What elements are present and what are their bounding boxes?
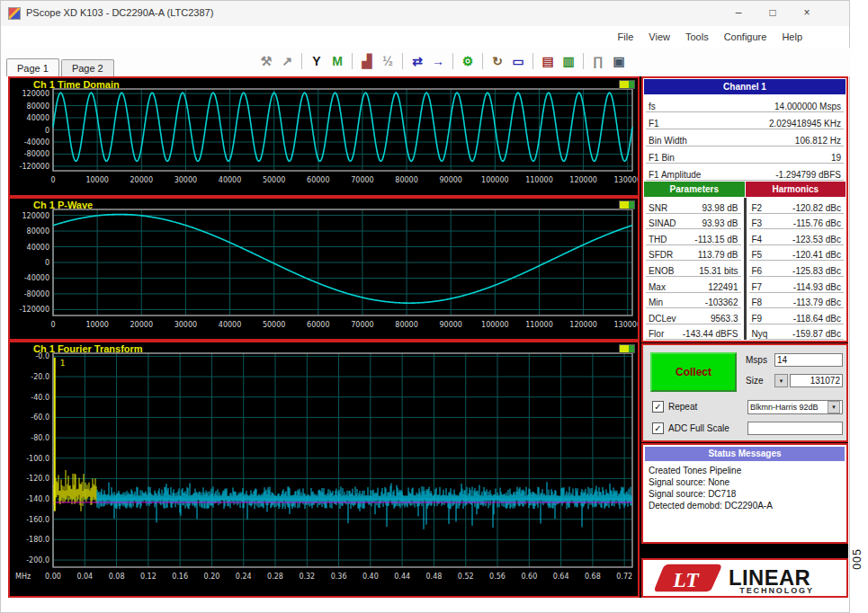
analysis-headers: Parameters Harmonics: [644, 182, 846, 197]
svg-text:1: 1: [60, 359, 66, 368]
menu-item-view[interactable]: View: [649, 31, 670, 42]
time-domain-chart[interactable]: 0100002000030000400005000060000700008000…: [10, 78, 638, 195]
svg-text:0: 0: [45, 259, 49, 267]
channel-row: F1 Bin19: [646, 147, 844, 164]
histogram-red-icon[interactable]: ▟: [358, 51, 376, 70]
zoom-tool-icon[interactable]: ↗: [278, 51, 296, 70]
linear-technology-logo: LT LINEAR TECHNOLOGY: [644, 561, 846, 595]
menu-item-tools[interactable]: Tools: [685, 31, 709, 42]
image-icon[interactable]: ▣: [610, 51, 628, 70]
harmonic-row-label: Nyq: [752, 329, 768, 339]
fourier-transform-title: Ch 1 Fourier Transform: [33, 343, 143, 354]
export-red-icon[interactable]: ▤: [539, 51, 557, 70]
export-green-icon[interactable]: ▥: [559, 51, 577, 70]
msps-label: Msps: [746, 355, 767, 365]
harmonic-row-value: -113.79 dBc: [793, 298, 841, 307]
tab-page-1[interactable]: Page 1: [6, 58, 59, 76]
menu-item-help[interactable]: Help: [782, 31, 802, 42]
svg-text:-200.0: -200.0: [26, 556, 49, 564]
analysis-table: SNR93.98 dBSINAD93.93 dBTHD-113.15 dBSFD…: [643, 198, 846, 340]
menu-item-configure[interactable]: Configure: [724, 31, 767, 42]
p-wave-legend-chip[interactable]: [619, 200, 635, 209]
fourier-transform-chart[interactable]: 1MHz0.000.040.080.120.160.200.240.280.32…: [10, 342, 638, 596]
fit-horizontal-icon[interactable]: ⇄: [408, 51, 426, 70]
svg-text:130000: 130000: [613, 176, 638, 184]
svg-text:MHz: MHz: [15, 573, 31, 581]
fourier-transform-plot: Ch 1 Fourier Transform 1MHz0.000.040.080…: [8, 341, 640, 598]
parameter-row: SINAD93.93 dB: [646, 214, 741, 230]
adc-full-scale-input[interactable]: [747, 422, 843, 435]
adc-full-scale-label: ADC Full Scale: [668, 423, 729, 433]
window-function-dropdown-arrow[interactable]: [828, 401, 840, 413]
plots-column: Ch 1 Time Domain 01000020000300004000050…: [8, 76, 640, 598]
svg-text:-40000: -40000: [24, 138, 49, 147]
svg-text:-80000: -80000: [24, 150, 49, 158]
window-title: PScope XD K103 - DC2290A-A (LTC2387): [26, 7, 213, 18]
tab-page-2[interactable]: Page 2: [61, 59, 114, 76]
half-scale-icon-glyph: ½: [382, 55, 393, 67]
parameter-row: THD-113.15 dB: [646, 229, 741, 245]
svg-text:0.48: 0.48: [426, 573, 443, 581]
maximize-button[interactable]: □: [765, 4, 781, 21]
tools-icon[interactable]: ⚙: [459, 51, 477, 70]
svg-text:10000: 10000: [85, 321, 108, 329]
rotate-icon[interactable]: ↻: [488, 51, 506, 70]
size-dropdown-button[interactable]: [774, 374, 788, 387]
size-label: Size: [746, 376, 763, 386]
parameters-column: SNR93.98 dBSINAD93.93 dBTHD-113.15 dBSFD…: [643, 198, 744, 340]
svg-text:-20.0: -20.0: [31, 373, 49, 381]
svg-text:0.40: 0.40: [362, 573, 379, 581]
menu-item-file[interactable]: File: [618, 31, 634, 42]
parameter-row-value: -143.44 dBFS: [683, 329, 738, 339]
svg-text:80000: 80000: [395, 176, 417, 184]
svg-text:0.56: 0.56: [489, 573, 506, 581]
fourier-legend-chip[interactable]: [619, 344, 635, 353]
svg-text:130000: 130000: [613, 321, 638, 329]
main-content: Ch 1 Time Domain 01000020000300004000050…: [8, 76, 848, 598]
pan-tool-icon[interactable]: ⚒: [257, 51, 275, 70]
half-scale-icon[interactable]: ½: [379, 51, 397, 70]
parameter-row: SNR93.98 dB: [646, 198, 741, 214]
close-button[interactable]: ×: [799, 4, 815, 21]
svg-text:40000: 40000: [219, 321, 241, 329]
svg-text:20000: 20000: [130, 321, 153, 329]
svg-text:0.04: 0.04: [76, 573, 93, 581]
toolbar: ⚒↗YM▟½⇄→⚙↻▭▤▥∏▣: [257, 51, 628, 70]
pulse-icon[interactable]: ∏: [589, 51, 607, 70]
collect-button[interactable]: Collect: [650, 352, 737, 392]
histogram-green-icon[interactable]: M: [328, 51, 346, 70]
svg-text:120000: 120000: [22, 90, 49, 98]
repeat-checkbox[interactable]: ✓: [652, 401, 664, 413]
channel-row-value: 2.029418945 KHz: [769, 119, 841, 129]
time-domain-legend-chip[interactable]: [619, 80, 635, 89]
p-wave-chart[interactable]: 0100002000030000400005000060000700008000…: [10, 199, 638, 339]
parameter-row: SFDR113.79 dB: [646, 245, 741, 262]
adc-full-scale-checkbox[interactable]: ✓: [652, 422, 664, 434]
channel-row: fs14.000000 Msps: [646, 95, 844, 112]
size-input[interactable]: [790, 374, 843, 387]
window-function-combo[interactable]: Blkmn-Harris 92dB: [747, 400, 843, 414]
harmonic-row-label: F6: [752, 266, 763, 276]
svg-text:50000: 50000: [263, 321, 285, 329]
menu-bar: FileViewToolsConfigureHelp: [618, 26, 802, 48]
status-panel: Status Messages Created Tones PipelineSi…: [641, 443, 848, 544]
harmonic-row-label: F7: [752, 282, 763, 292]
msps-input[interactable]: [774, 353, 843, 367]
svg-text:40000: 40000: [219, 176, 241, 184]
figure-number: 005: [851, 548, 864, 570]
svg-text:-160.0: -160.0: [26, 516, 49, 524]
minimize-button[interactable]: –: [730, 4, 747, 21]
svg-text:-120000: -120000: [20, 306, 49, 314]
status-message: Signal source: DC718: [649, 488, 841, 500]
parameter-row-value: 93.98 dB: [702, 203, 738, 213]
harmonics-header: Harmonics: [746, 182, 846, 197]
selection-icon[interactable]: ▭: [509, 51, 527, 70]
arrow-right-icon[interactable]: →: [429, 51, 447, 70]
harmonic-row: F2-120.82 dBc: [749, 198, 845, 214]
parameter-row-label: DCLev: [649, 314, 676, 324]
svg-text:0.20: 0.20: [204, 573, 220, 581]
parameters-header: Parameters: [644, 182, 745, 197]
channel-info-panel: Channel 1 fs14.000000 MspsF12.029418945 …: [641, 76, 848, 342]
toolbar-separator: [452, 53, 453, 69]
filter-icon[interactable]: Y: [308, 51, 326, 70]
